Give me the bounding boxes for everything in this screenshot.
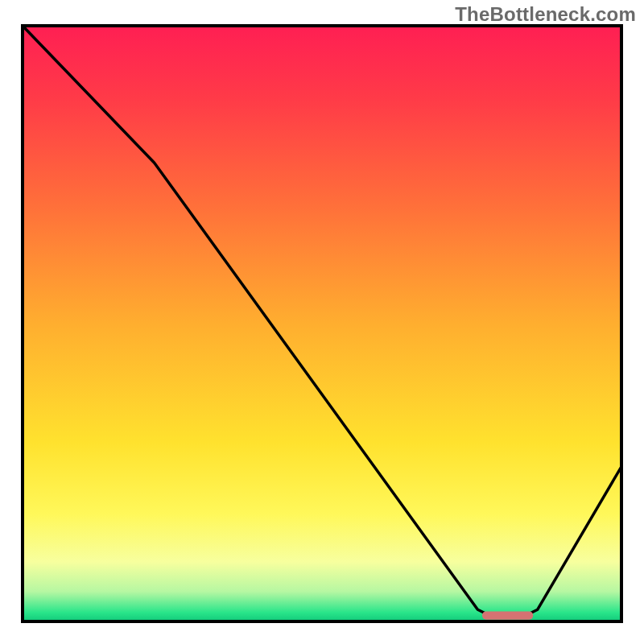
current-marker [482,611,533,619]
watermark-text: TheBottleneck.com [455,3,636,26]
chart-container: TheBottleneck.com [0,0,644,644]
bottleneck-chart [0,0,644,644]
chart-background [23,26,621,621]
